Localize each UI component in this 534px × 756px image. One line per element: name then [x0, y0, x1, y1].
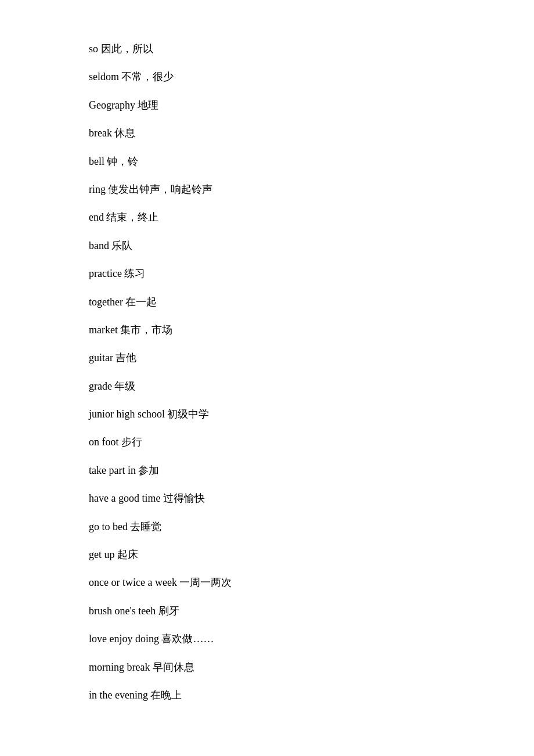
list-item: market 集市，市场: [89, 316, 445, 344]
list-item: in the evening 在晚上: [89, 681, 445, 709]
list-item: practice 练习: [89, 260, 445, 287]
list-item: once or twice a week 一周一两次: [89, 568, 445, 596]
list-item: seldom 不常，很少: [89, 63, 445, 91]
list-item: love enjoy doing 喜欢做……: [89, 625, 445, 653]
list-item: bell 钟，铃: [89, 147, 445, 175]
list-item: so 因此，所以: [89, 35, 445, 63]
list-item: end 结束，终止: [89, 203, 445, 231]
list-item: band 乐队: [89, 232, 445, 260]
list-item: morning break 早间休息: [89, 653, 445, 681]
list-item: brush one's teeh 刷牙: [89, 597, 445, 625]
list-item: take part in 参加: [89, 456, 445, 484]
list-item: junior high school 初级中学: [89, 400, 445, 428]
list-item: guitar 吉他: [89, 344, 445, 372]
list-item: together 在一起: [89, 288, 445, 316]
list-item: go to bed 去睡觉: [89, 513, 445, 541]
list-item: Geography 地理: [89, 91, 445, 119]
list-item: break 休息: [89, 119, 445, 147]
list-item: get up 起床: [89, 541, 445, 568]
list-item: on foot 步行: [89, 428, 445, 456]
list-item: grade 年级: [89, 372, 445, 400]
vocabulary-list: so 因此，所以seldom 不常，很少Geography 地理break 休息…: [89, 35, 445, 709]
list-item: ring 使发出钟声，响起铃声: [89, 175, 445, 203]
list-item: have a good time 过得愉快: [89, 484, 445, 512]
